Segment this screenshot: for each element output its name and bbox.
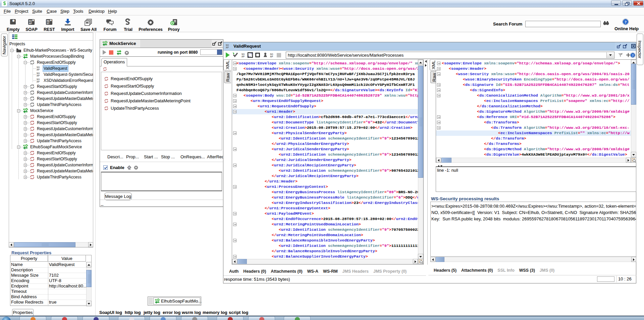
svg-text:AP: AP bbox=[241, 55, 245, 58]
svg-text:AP: AP bbox=[270, 55, 273, 58]
svg-text:AP: AP bbox=[37, 81, 40, 83]
svg-text:?: ? bbox=[632, 54, 634, 57]
svg-text:AP: AP bbox=[37, 68, 40, 71]
svg-text:SO: SO bbox=[241, 53, 245, 55]
svg-text:AP: AP bbox=[37, 74, 40, 77]
svg-text:SO: SO bbox=[37, 72, 40, 74]
svg-text:AP: AP bbox=[226, 46, 229, 49]
svg-text:SO: SO bbox=[37, 78, 40, 81]
svg-text:SO: SO bbox=[226, 44, 229, 46]
svg-text:SO: SO bbox=[37, 66, 40, 68]
svg-text:SO: SO bbox=[270, 53, 273, 55]
